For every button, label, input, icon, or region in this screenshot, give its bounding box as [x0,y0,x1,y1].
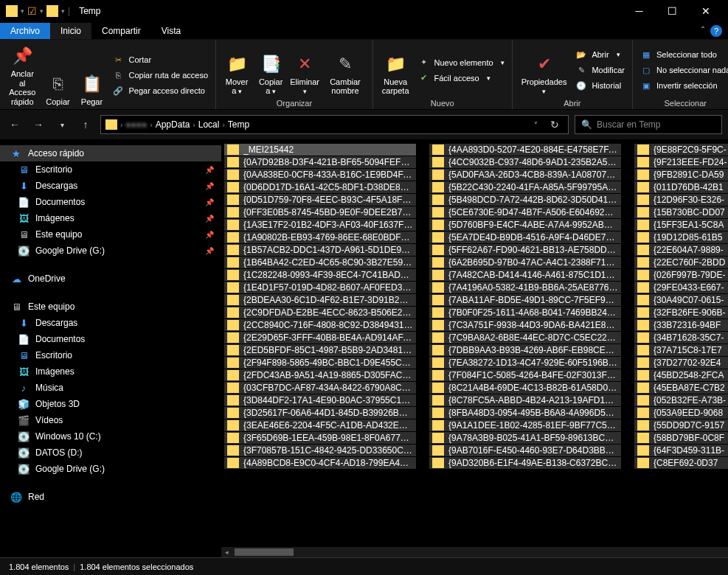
refresh-button[interactable]: ↻ [546,116,564,133]
folder-item[interactable]: {15B730BC-DD07 [634,206,728,218]
folder-item[interactable]: {9A78A3B9-B025-41A1-BF59-89613BC1EA70} [429,432,621,444]
search-input[interactable]: 🔍 Buscar en Temp [575,115,722,134]
sidebar-desktop[interactable]: 🖥Escritorio📌 [0,161,221,178]
invert-selection-button[interactable]: ▣Invertir selección [637,78,728,93]
folder-item[interactable]: {2FDC43AB-9A51-4A19-8865-D305FAC267D6} [224,369,416,381]
copy-button[interactable]: ⎘ Copiar [41,43,74,108]
folder-item[interactable]: {22E604A7-9889- [634,244,728,256]
history-dropdown[interactable]: ˅ [527,116,544,133]
folder-item[interactable]: {7C9BA8A2-6B8E-44EC-8D7C-C5EC22237A1B} [429,332,621,344]
folder-item[interactable]: {7A4196A0-5382-41B9-BB6A-25AE87766378} [429,282,621,293]
sidebar-documents-2[interactable]: 📄Documentos [0,331,221,347]
rename-button[interactable]: ✎ Cambiar nombre [322,43,368,97]
folder-item[interactable]: {37D27702-92E4 [634,357,728,369]
folder-item[interactable]: {3D25617F-06A6-44D1-845D-B39926BC30F5} [224,407,416,419]
folder-item[interactable]: {7EA38272-1D13-4C47-929E-60F5196BF958} [429,357,621,369]
folder-item[interactable]: {2ED5BFDF-85C1-4987-B5B9-2AD348119F5F} [224,344,416,356]
folder-item[interactable]: {7C3A751F-9938-44D3-9DA6-BA421E8CFCC7} [429,319,621,331]
folder-item[interactable]: {5FF62A67-FD90-4621-BB13-AE758DD79E1E} [429,244,621,256]
sidebar-ddrive[interactable]: 💽DATOS (D:) [0,445,221,461]
folder-item[interactable]: {5B22C430-2240-41FA-A85A-5F99795A100A} [429,181,621,193]
folder-item[interactable]: {34B71628-35C7- [634,332,728,344]
copy-path-button[interactable]: ⎘Copiar ruta de acceso [109,68,211,83]
sidebar-quick-access[interactable]: ★Acceso rápido [0,145,221,161]
sidebar-gdrive-pin[interactable]: 💽Google Drive (G:)📌 [0,243,221,259]
folder-item[interactable]: {4CC9032B-C937-48D6-9AD1-235B2A5FF365} [429,156,621,168]
tab-view[interactable]: Vista [151,23,191,39]
recent-dropdown[interactable]: ▾ [53,116,71,133]
folder-item[interactable]: {7DBB9AA3-B93B-4269-AB6F-EB98CEE9DBFE} [429,344,621,356]
crumb[interactable]: ●●●● [125,119,147,130]
sidebar-cdrive[interactable]: 💽Windows 10 (C:) [0,428,221,445]
paste-shortcut-button[interactable]: 🔗Pegar acceso directo [109,83,211,98]
easy-access-button[interactable]: ✔Fácil acceso▾ [415,71,507,86]
folder-item[interactable]: {0AA838E0-0CF8-433A-B16C-1E9BD4FA4A6A} [224,169,416,181]
folder-item[interactable]: {1E4D1F57-019D-4D82-B607-AF0FED33D1E6} [224,282,416,293]
folder-item[interactable]: {5EA7DE4D-B9DB-4516-A9F4-D46DE79201D8} [429,231,621,243]
help-icon[interactable]: ? [710,25,722,37]
edit-button[interactable]: ✎Modificar [572,63,628,77]
folder-item[interactable]: {2E29D65F-3FFF-40B8-BE4A-AD914AFAC109} [224,332,416,344]
folder-item[interactable]: {7B0F0F25-1611-4A68-B041-7469BB24B815} [429,307,621,318]
folder-item[interactable]: {1C282248-0993-4F39-8EC4-7C41BAD1E11C} [224,269,416,281]
folder-item[interactable]: {45BD2548-2FCA [634,369,728,381]
sidebar-pictures[interactable]: 🖼Imágenes📌 [0,210,221,226]
folder-item[interactable]: {053A9EED-9068 [634,407,728,419]
folder-item[interactable]: {2CC8940C-716F-4808-8C92-D3849431DAA8} [224,319,416,331]
horizontal-scrollbar[interactable]: ◂ [221,547,728,557]
move-to-button[interactable]: 📁 Mover a ▾ [221,43,253,97]
folder-item[interactable]: {3F70857B-151C-4842-9425-DD33650C9653} [224,445,416,456]
folder-item[interactable]: {55DD9D7C-9157 [634,419,728,431]
maximize-button[interactable]: ☐ [656,0,689,22]
folder-item[interactable]: {5CE6730E-9D47-4B7F-A506-E6046921E3BE} [429,206,621,218]
folder-item[interactable]: {15FF3EA1-5C8A [634,219,728,231]
folder-item[interactable]: {33B72316-94BF [634,319,728,331]
folder-item[interactable]: {37A715C8-17E7 [634,344,728,356]
folder-item[interactable]: {32FB26FE-906B- [634,307,728,318]
folder-item[interactable]: {30A49C07-0615- [634,294,728,306]
crumb[interactable]: Temp [228,119,249,130]
checkbox-icon[interactable]: ☑ [27,5,37,17]
folder-item[interactable]: {9AD320B6-E1F4-49AE-B138-C6372BC3BCA3} [429,457,621,469]
chevron-right-icon[interactable]: › [148,121,153,129]
folder-item[interactable]: {8C78FC5A-ABBD-4B24-A213-19AFD1D30D82} [429,394,621,406]
folder-item[interactable]: {3EAE46E6-2204-4F5C-A1DB-AD432EE729FA} [224,419,416,431]
folder-item[interactable]: {5AD0FA3A-26D3-4CB8-839A-1A08707FDF7D} [429,169,621,181]
open-button[interactable]: 📂Abrir▾ [572,47,628,62]
sidebar-3dobjects[interactable]: 🧊Objetos 3D [0,396,221,412]
folder-item[interactable]: {64F3D459-311B- [634,445,728,456]
folder-item[interactable]: {29FE0433-E667- [634,282,728,293]
new-folder-button[interactable]: 📁 Nueva carpeta [378,43,414,97]
folder-item[interactable]: {011D76DB-42B1 [634,181,728,193]
sidebar-documents[interactable]: 📄Documentos📌 [0,194,221,210]
folder-item[interactable]: _MEI215442 [224,144,416,156]
folder-item[interactable]: {7ABA11AF-BD5E-49D1-89CC-7F5EF9385A7E} [429,294,621,306]
sidebar-downloads[interactable]: ⬇Descargas📌 [0,178,221,194]
select-none-button[interactable]: ▢No seleccionar nada [637,63,728,77]
sidebar-thispc-pin[interactable]: 🖥Este equipo📌 [0,226,221,243]
sidebar-network[interactable]: 🌐Red [0,489,221,505]
copy-to-button[interactable]: 📑 Copiar a ▾ [254,43,287,97]
properties-button[interactable]: ✔ Propiedades ▾ [517,43,572,97]
folder-item[interactable]: {19D12D85-61B5 [634,231,728,243]
breadcrumb[interactable]: › ●●●● › AppData › Local › Temp ˅ ↻ [100,115,569,134]
cut-button[interactable]: ✂Cortar [109,52,211,67]
history-button[interactable]: 🕘Historial [572,78,628,93]
paste-button[interactable]: 📋 Pegar [75,43,108,108]
folder-item[interactable]: {9FB2891C-DA59 [634,169,728,181]
folder-item[interactable]: {0D6DD17D-16A1-42C5-8DF1-D38DE84C6A09} [224,181,416,193]
collapse-ribbon-icon[interactable]: ˆ [701,26,704,36]
folder-item[interactable]: {45EBA87E-C7B2 [634,382,728,394]
tab-file[interactable]: Archivo [0,23,50,39]
delete-button[interactable]: ✕ Eliminar ▾ [288,43,321,97]
folder-item[interactable]: {12D96F30-E326- [634,194,728,206]
folder-item[interactable]: {6A2B695D-97B0-47AC-A4C1-2388F717E85E} [429,257,621,268]
sidebar-pictures-2[interactable]: 🖼Imágenes [0,363,221,380]
crumb[interactable]: AppData [156,119,190,130]
folder-item[interactable]: {58BD79BF-0C8F [634,432,728,444]
sidebar-music[interactable]: ♪Música [0,380,221,396]
scrollbar-thumb[interactable] [235,548,294,556]
chevron-right-icon[interactable]: › [221,121,226,129]
tab-share[interactable]: Compartir [91,23,151,39]
sidebar-onedrive[interactable]: ☁OneDrive [0,271,221,287]
